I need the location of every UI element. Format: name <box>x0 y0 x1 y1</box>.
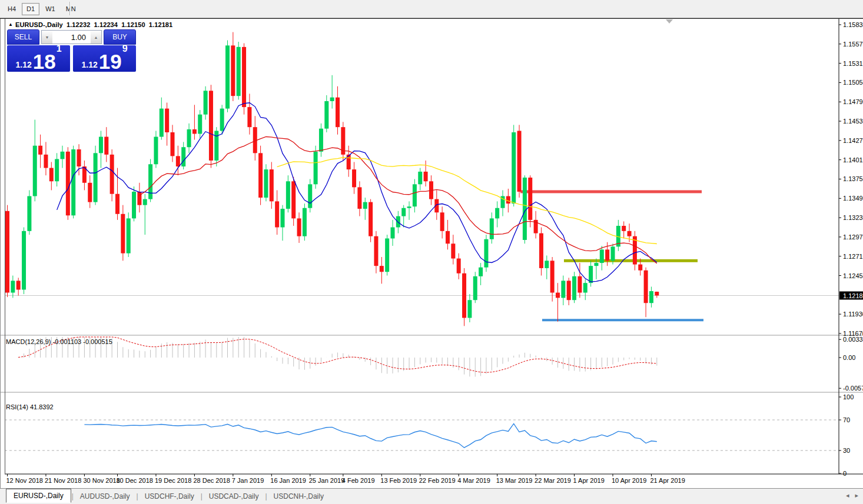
tab-divider: | <box>201 492 203 500</box>
date-tick-label: 16 Jan 2019 <box>270 477 306 484</box>
buy-button[interactable]: BUY <box>104 29 136 45</box>
chart-window-left-border <box>0 19 1 504</box>
chart-canvas[interactable]: 1.158301.155701.153101.150501.147901.145… <box>0 0 863 504</box>
current-price-tag-text: 1.12181 <box>843 292 863 299</box>
price-tick-label: 1.12450 <box>843 272 863 279</box>
toolbar-separator <box>69 2 71 15</box>
rsi-tick-label: 30 <box>843 447 850 454</box>
chart-title: ▲EURUSD-,Daily 1.12232 1.12234 1.12150 1… <box>8 21 174 28</box>
sell-price-big: 18 <box>33 54 56 69</box>
tab-divider: | <box>137 492 138 500</box>
period-tab-d1[interactable]: D1 <box>22 3 39 15</box>
rsi-pane <box>5 420 839 450</box>
date-tick-label: 22 Feb 2019 <box>419 477 456 484</box>
rsi-tick-label: 0 <box>843 470 847 477</box>
ohlc-open: 1.12232 <box>67 21 90 28</box>
collapse-panel-icon[interactable]: ▲ <box>8 22 13 27</box>
price-tick-label: 1.14270 <box>843 137 863 144</box>
rsi-tick-label: 70 <box>843 416 850 423</box>
price-tick-label: 1.15310 <box>843 60 863 67</box>
price-tick-label: 1.12710 <box>843 253 863 260</box>
macd-pane-label: MACD(12,26,9) -0.001103 -0.000515 <box>6 338 112 345</box>
symbol-tab-audusd[interactable]: AUDUSD-,Daily <box>74 490 136 503</box>
date-tick-label: 25 Jan 2019 <box>309 477 345 484</box>
sell-price-pip: 1 <box>57 44 62 54</box>
macd-pane <box>18 337 657 377</box>
symbol-tabbar: EURUSD-,Daily|AUDUSD-,Daily|USDCHF-,Dail… <box>0 488 863 504</box>
hline-pivot-olive[interactable] <box>564 259 698 262</box>
volume-decrease-icon[interactable]: ▼ <box>41 30 52 44</box>
candles-layer <box>5 32 659 326</box>
date-tick-label: 30 Nov 2018 <box>83 477 120 484</box>
date-tick-label: 28 Dec 2018 <box>193 477 230 484</box>
date-tick-label: 22 Mar 2019 <box>535 477 571 484</box>
symbol-tab-usdchf[interactable]: USDCHF-,Daily <box>139 490 200 503</box>
period-tab-mn[interactable]: MN <box>61 3 81 15</box>
hline-support-blue[interactable] <box>542 319 703 321</box>
hline-resistance-red[interactable] <box>520 190 702 193</box>
date-tick-label: 13 Feb 2019 <box>380 477 417 484</box>
price-tick-label: 1.13490 <box>843 195 863 202</box>
one-click-trading-panel: SELL ▼ 1.00 ▲ BUY 1.12 18 1 1.12 19 9 <box>7 29 136 72</box>
buy-price-big: 19 <box>99 54 122 69</box>
macd-tick-label: 0.00 <box>843 354 855 361</box>
macd-tick-label: 0.003386 <box>843 336 863 343</box>
price-tick-label: 1.11930 <box>843 311 863 318</box>
symbol-tabs: EURUSD-,Daily|AUDUSD-,Daily|USDCHF-,Dail… <box>6 490 330 503</box>
tab-divider: | <box>72 492 74 500</box>
macd-tick-label: -0.00574 <box>843 385 863 392</box>
date-tick-label: 1 Apr 2019 <box>573 477 605 484</box>
price-tick-label: 1.12970 <box>843 233 863 241</box>
price-tick-label: 1.15050 <box>843 79 863 86</box>
ma-slow-line <box>277 158 657 244</box>
price-tick-label: 1.14530 <box>843 118 863 125</box>
price-tick-label: 1.13230 <box>843 214 863 221</box>
period-toolbar: H4D1W1MN <box>0 0 863 18</box>
volume-increase-icon[interactable]: ▲ <box>91 30 102 44</box>
price-tick-label: 1.14790 <box>843 98 863 105</box>
symbol-tab-eurusd[interactable]: EURUSD-,Daily <box>6 489 71 503</box>
rsi-pane-label: RSI(14) 41.8392 <box>6 403 54 410</box>
date-tick-label: 12 Nov 2018 <box>6 477 43 484</box>
ohlc-close: 1.12181 <box>149 21 172 28</box>
date-tick-label: 4 Feb 2019 <box>342 477 375 484</box>
ohlc-high: 1.12234 <box>94 21 118 28</box>
chart-shift-marker-icon[interactable] <box>666 19 673 24</box>
price-tick-label: 1.13750 <box>843 175 863 182</box>
tab-scroll-left-icon[interactable]: ◂ <box>846 492 849 499</box>
sell-button[interactable]: SELL <box>7 29 39 45</box>
date-tick-label: 19 Dec 2018 <box>155 477 191 484</box>
buy-price-pip: 9 <box>122 44 128 54</box>
buy-price-prefix: 1.12 <box>81 61 97 69</box>
symbol-tab-usdcad[interactable]: USDCAD-,Daily <box>203 490 265 503</box>
date-tick-label: 21 Nov 2018 <box>45 477 81 484</box>
volume-input[interactable]: 1.00 <box>52 30 91 44</box>
date-tick-label: 10 Dec 2018 <box>117 477 153 484</box>
date-tick-label: 4 Mar 2019 <box>457 477 490 484</box>
date-tick-label: 13 Mar 2019 <box>496 477 533 484</box>
price-tick-label: 1.14010 <box>843 156 863 163</box>
drawn-hlines <box>5 190 839 321</box>
chart-window-inner-border <box>5 19 5 474</box>
date-tick-label: 21 Apr 2019 <box>650 477 685 484</box>
buy-price-box[interactable]: 1.12 19 9 <box>73 45 136 72</box>
sell-price-prefix: 1.12 <box>15 61 31 69</box>
volume-spinner: ▼ 1.00 ▲ <box>41 30 102 44</box>
price-tick-label: 1.15570 <box>843 41 863 48</box>
ohlc-low: 1.12150 <box>121 21 145 28</box>
period-tab-w1[interactable]: W1 <box>41 3 60 15</box>
price-tick-label: 1.15830 <box>843 21 863 28</box>
date-tick-label: 7 Jan 2019 <box>232 477 264 484</box>
tab-scroll-controls: ◂ ▸ <box>846 492 858 499</box>
date-tick-label: 10 Apr 2019 <box>612 477 646 484</box>
chart-symbol-label: EURUSD-,Daily <box>15 21 63 28</box>
symbol-tab-usdcnh[interactable]: USDCNH-,Daily <box>268 490 330 503</box>
tab-scroll-right-icon[interactable]: ▸ <box>855 492 858 499</box>
period-tab-h4[interactable]: H4 <box>3 3 21 15</box>
tab-divider: | <box>265 492 267 500</box>
rsi-line <box>84 423 656 448</box>
sell-price-box[interactable]: 1.12 18 1 <box>7 45 70 72</box>
rsi-tick-label: 100 <box>843 393 854 400</box>
